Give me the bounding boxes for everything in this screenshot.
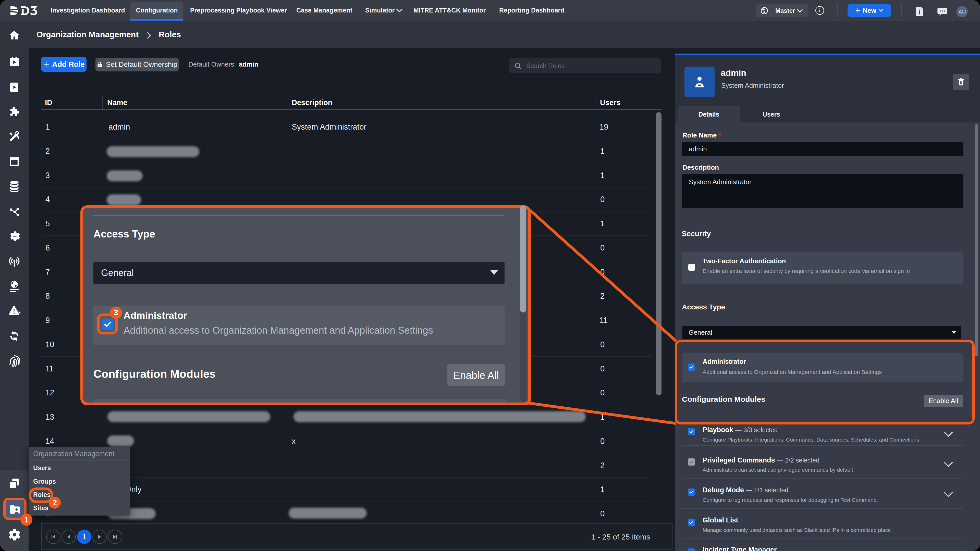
svg-text:API: API bbox=[13, 235, 18, 238]
